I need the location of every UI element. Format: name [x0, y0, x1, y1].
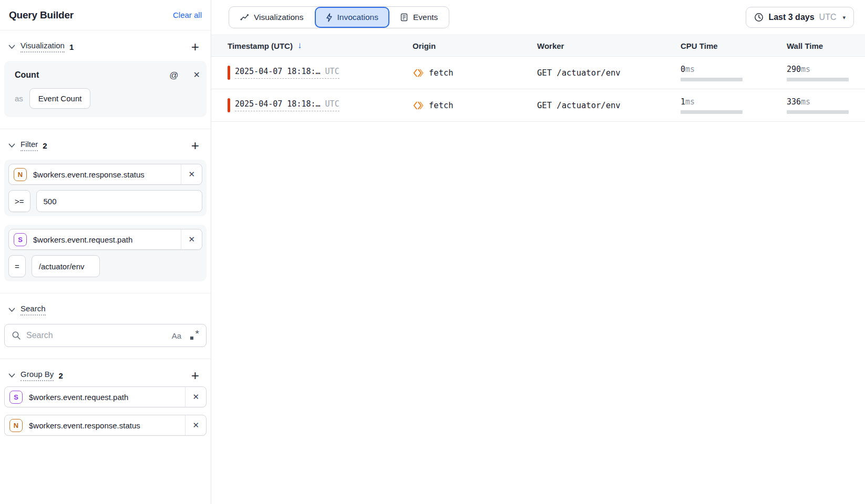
remove-filter-icon[interactable]: ✕ [181, 164, 202, 184]
wall-time-cell: 290ms [787, 65, 849, 81]
visualization-alias-button[interactable]: Event Count [29, 88, 91, 109]
lightning-icon [326, 13, 333, 22]
workers-observability-app: Query Builder Clear all Visualization 1 … [0, 0, 865, 504]
number-type-icon: N [9, 419, 23, 432]
filter-section-header: Filter 2 + [4, 135, 207, 156]
visualization-card: Count @ ✕ as Event Count [4, 61, 207, 117]
chevron-down-icon[interactable] [8, 45, 15, 49]
tab-visualizations[interactable]: Visualizations [229, 7, 315, 28]
cpu-time-value: 1 [681, 97, 685, 107]
time-range-dropdown[interactable]: Last 3 days UTC ▾ [746, 7, 854, 28]
add-filter-button[interactable]: + [188, 140, 202, 151]
filter-section-title: Filter [20, 140, 38, 151]
cpu-time-unit: ms [685, 97, 695, 107]
string-type-icon: S [14, 233, 27, 246]
table-row[interactable]: 2025-04-07 18:18:… UTC fetch GET /actuat… [211, 89, 865, 122]
chevron-down-icon[interactable] [8, 143, 15, 148]
filter-value-input[interactable] [36, 190, 202, 212]
remove-group-by-icon[interactable]: ✕ [185, 415, 206, 435]
worker-cell: GET /actuator/env [537, 101, 681, 110]
match-case-icon[interactable]: Aa [172, 331, 181, 340]
visualization-function-label: Count [15, 70, 39, 80]
wall-time-value: 336 [787, 97, 801, 107]
cpu-time-bar [681, 78, 743, 81]
remove-visualization-icon[interactable]: ✕ [193, 71, 200, 79]
group-by-field-name: $workers.event.response.status [29, 421, 185, 430]
tab-invocations[interactable]: Invocations [315, 7, 389, 28]
filter-field-pill[interactable]: N $workers.event.response.status ✕ [8, 164, 202, 185]
column-header-worker[interactable]: Worker [537, 41, 681, 50]
wall-time-value: 290 [787, 65, 801, 74]
chevron-down-icon[interactable] [8, 373, 15, 378]
document-icon [400, 13, 408, 22]
add-group-by-button[interactable]: + [188, 370, 202, 381]
filter-section: Filter 2 + N $workers.event.response.sta… [0, 129, 211, 293]
remove-group-by-icon[interactable]: ✕ [185, 387, 206, 407]
timestamp-timezone: UTC [325, 67, 339, 76]
string-type-icon: S [9, 391, 23, 404]
group-by-field-name: $workers.event.request.path [29, 393, 185, 402]
group-by-section-header: Group By 2 + [4, 365, 207, 386]
workers-fetch-icon [413, 100, 424, 111]
chevron-down-icon[interactable] [8, 308, 15, 312]
cpu-time-value: 0 [681, 65, 685, 74]
view-tabs: Visualizations Invocations Events [229, 6, 449, 28]
page-title: Query Builder [9, 9, 74, 21]
alias-icon[interactable]: @ [169, 71, 178, 80]
group-by-section-title: Group By [20, 370, 54, 381]
group-by-pill[interactable]: N $workers.event.response.status ✕ [4, 415, 207, 436]
filter-operator-button[interactable]: >= [8, 190, 30, 212]
cpu-time-cell: 1ms [681, 97, 743, 114]
time-range-label: Last 3 days [768, 13, 814, 22]
add-visualization-button[interactable]: + [188, 41, 202, 52]
worker-cell: GET /actuator/env [537, 68, 681, 78]
remove-filter-icon[interactable]: ✕ [181, 229, 202, 249]
error-status-bar [228, 66, 230, 80]
results-panel: Visualizations Invocations Events [211, 0, 865, 504]
visualization-section-title: Visualization [20, 41, 65, 52]
filter-field-name: $workers.event.request.path [33, 235, 181, 244]
tab-events[interactable]: Events [389, 7, 449, 28]
tab-label: Events [413, 13, 438, 22]
timestamp-value: 2025-04-07 18:18:… [235, 67, 321, 76]
group-by-count: 2 [58, 371, 63, 380]
timestamp-value: 2025-04-07 18:18:… [235, 99, 321, 109]
line-chart-icon [240, 14, 249, 21]
search-section-header: Search [4, 300, 207, 321]
wall-time-cell: 336ms [787, 97, 849, 114]
visualization-section-header: Visualization 1 + [4, 37, 207, 58]
wall-time-unit: ms [801, 65, 810, 74]
group-by-pill[interactable]: S $workers.event.request.path ✕ [4, 386, 207, 407]
cpu-time-unit: ms [685, 65, 695, 74]
filter-card: S $workers.event.request.path ✕ = [4, 225, 207, 281]
filter-operator-button[interactable]: = [8, 255, 26, 277]
search-section: Search Aa * [0, 293, 211, 359]
search-input[interactable] [26, 331, 167, 340]
caret-down-icon: ▾ [842, 14, 846, 21]
timestamp-cell: 2025-04-07 18:18:… UTC [228, 98, 413, 112]
number-type-icon: N [14, 168, 27, 181]
origin-value: fetch [429, 68, 454, 78]
sort-desc-icon[interactable]: ↓ [297, 40, 302, 51]
clear-all-link[interactable]: Clear all [173, 10, 202, 19]
time-range-timezone: UTC [819, 13, 837, 22]
table-header: Timestamp (UTC) ↓ Origin Worker CPU Time… [211, 35, 865, 57]
error-status-bar [228, 98, 230, 112]
table-row[interactable]: 2025-04-07 18:18:… UTC fetch GET /actuat… [211, 57, 865, 89]
wall-time-unit: ms [801, 97, 810, 107]
query-builder-header: Query Builder Clear all [0, 0, 211, 30]
query-builder-panel: Query Builder Clear all Visualization 1 … [0, 0, 211, 504]
filter-value-input[interactable] [32, 255, 100, 277]
group-by-section: Group By 2 + S $workers.event.request.pa… [0, 359, 211, 455]
regex-icon[interactable]: * [190, 330, 199, 341]
column-header-origin[interactable]: Origin [413, 41, 537, 50]
clock-icon [754, 13, 764, 22]
wall-time-bar [787, 78, 849, 81]
column-header-timestamp[interactable]: Timestamp (UTC) ↓ [228, 40, 413, 51]
cpu-time-bar [681, 110, 743, 114]
filter-field-pill[interactable]: S $workers.event.request.path ✕ [8, 229, 202, 250]
visualization-count: 1 [69, 43, 74, 51]
column-header-wall-time[interactable]: Wall Time [787, 41, 865, 50]
column-header-cpu-time[interactable]: CPU Time [681, 41, 787, 50]
as-label: as [15, 94, 23, 103]
